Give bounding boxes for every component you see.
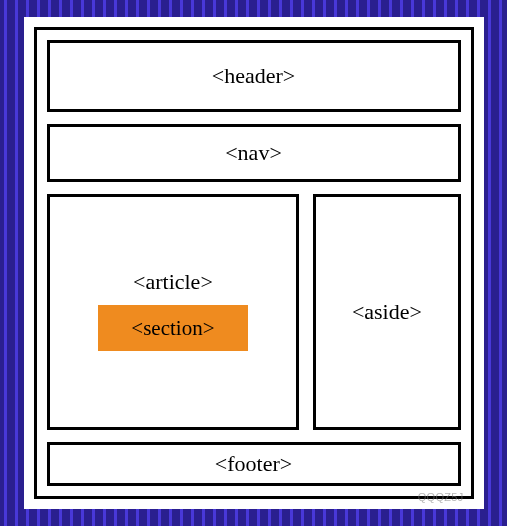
header-box: <header> <box>47 40 461 112</box>
header-label: <header> <box>212 63 295 89</box>
nav-label: <nav> <box>225 140 282 166</box>
watermark-text: QQQZ5J <box>418 491 464 503</box>
article-label: <article> <box>133 269 213 295</box>
footer-label: <footer> <box>215 451 292 477</box>
aside-label: <aside> <box>352 299 422 325</box>
middle-row: <article> <section> <aside> <box>47 194 461 430</box>
section-box: <section> <box>98 305 248 351</box>
section-label: <section> <box>131 316 214 341</box>
article-box: <article> <section> <box>47 194 300 430</box>
aside-box: <aside> <box>313 194 460 430</box>
page-container-box: <header> <nav> <article> <section> <asid… <box>34 27 474 499</box>
nav-box: <nav> <box>47 124 461 182</box>
footer-box: <footer> <box>47 442 461 486</box>
diagram-page: <header> <nav> <article> <section> <asid… <box>24 17 484 509</box>
